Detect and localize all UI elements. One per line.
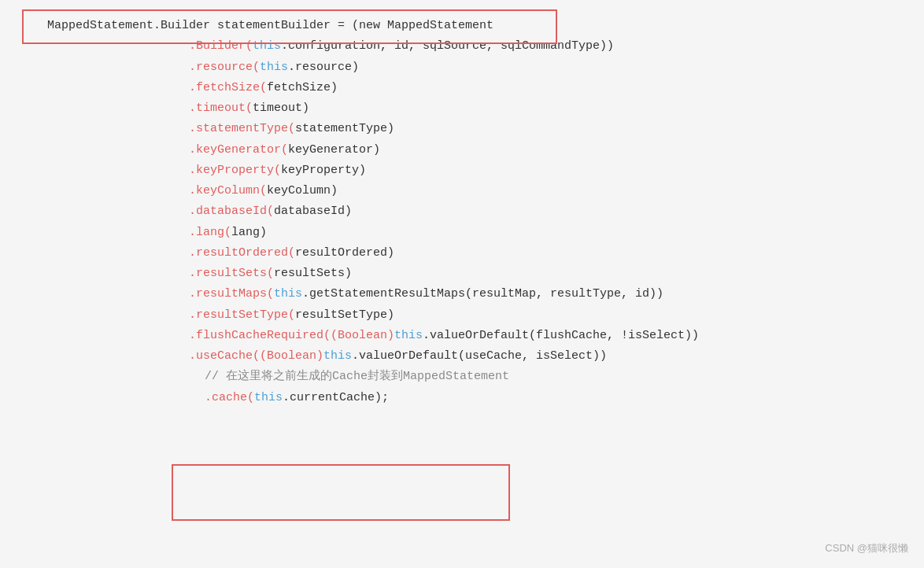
code-line: .keyColumn(keyColumn) <box>16 181 908 201</box>
code-line: // 在这里将之前生成的Cache封装到MappedStatement <box>16 367 908 387</box>
code-block: MappedStatement.Builder statementBuilder… <box>16 16 908 408</box>
code-line: .useCache((Boolean)this.valueOrDefault(u… <box>16 346 908 367</box>
highlight-box-bottom <box>172 464 510 521</box>
code-line: .fetchSize(fetchSize) <box>16 78 908 98</box>
code-line: .resultMaps(this.getStatementResultMaps(… <box>16 284 908 304</box>
code-container: MappedStatement.Builder statementBuilder… <box>0 0 924 568</box>
code-line: .resultSets(resultSets) <box>16 264 908 284</box>
code-line: .databaseId(databaseId) <box>16 201 908 222</box>
code-line: .cache(this.currentCache); <box>16 388 908 408</box>
code-line: .resultOrdered(resultOrdered) <box>16 243 908 264</box>
code-line: .timeout(timeout) <box>16 98 908 119</box>
code-line: .Builder(this.configuration, id, sqlSour… <box>16 36 908 57</box>
watermark: CSDN @猫咪很懒 <box>825 541 908 555</box>
code-line: .lang(lang) <box>16 223 908 243</box>
code-line: .flushCacheRequired((Boolean)this.valueO… <box>16 326 908 346</box>
code-line: .keyGenerator(keyGenerator) <box>16 140 908 160</box>
code-line: .statementType(statementType) <box>16 119 908 139</box>
code-line: MappedStatement.Builder statementBuilder… <box>16 16 908 36</box>
code-line: .keyProperty(keyProperty) <box>16 160 908 181</box>
code-line: .resource(this.resource) <box>16 57 908 78</box>
code-line: .resultSetType(resultSetType) <box>16 305 908 326</box>
